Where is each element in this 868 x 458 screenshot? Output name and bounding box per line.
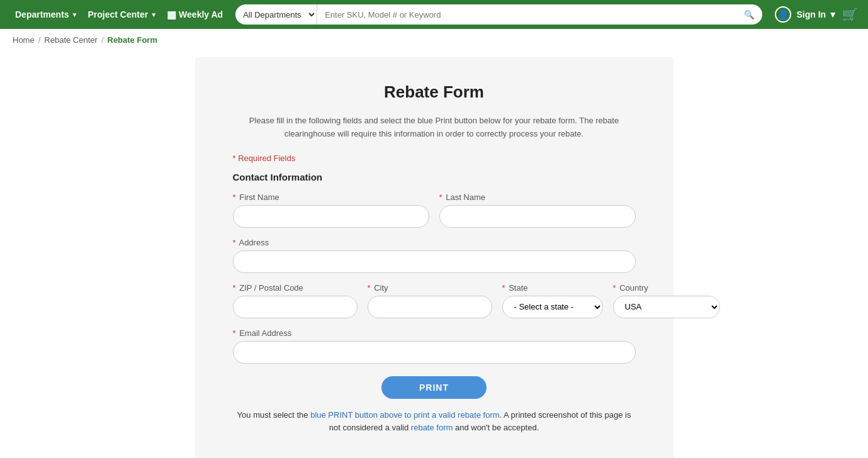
state-label: * State — [502, 283, 603, 293]
weekly-ad-button[interactable]: ▦ Weekly Ad — [162, 9, 228, 21]
breadcrumb-rebate-center[interactable]: Rebate Center — [44, 35, 98, 45]
form-container: Rebate Form Please fill in the following… — [195, 57, 674, 458]
project-center-chevron-icon: ▼ — [150, 11, 157, 18]
state-col: * State - Select a state - Alabama Alask… — [502, 283, 603, 318]
city-required-star: * — [368, 283, 371, 293]
country-col: * Country USA Canada Mexico — [613, 283, 720, 318]
user-icon: 👤 — [775, 6, 791, 23]
last-name-required-star: * — [439, 193, 442, 202]
required-note: * Required Fields — [233, 154, 636, 163]
project-center-label: Project Center — [88, 9, 149, 20]
breadcrumb: Home / Rebate Center / Rebate Form — [0, 29, 868, 51]
project-center-menu[interactable]: Project Center ▼ — [83, 9, 162, 20]
state-required-star: * — [502, 283, 505, 293]
form-title: Rebate Form — [233, 82, 636, 102]
breadcrumb-current: Rebate Form — [108, 35, 157, 45]
zip-label: * ZIP / Postal Code — [233, 283, 358, 293]
country-label: * Country — [613, 283, 720, 293]
section-title: Contact Information — [233, 172, 636, 182]
state-select[interactable]: - Select a state - Alabama Alaska Arizon… — [502, 296, 603, 318]
email-col: * Email Address — [233, 328, 636, 364]
breadcrumb-separator-2: / — [101, 35, 104, 45]
search-button[interactable]: 🔍 — [736, 4, 762, 25]
last-name-col: * Last Name — [439, 193, 636, 228]
cart-icon[interactable]: 🛒 — [842, 7, 858, 22]
zip-required-star: * — [233, 283, 236, 293]
address-col: * Address — [233, 238, 636, 273]
last-name-input[interactable] — [439, 205, 636, 228]
city-input[interactable] — [368, 296, 492, 318]
breadcrumb-home[interactable]: Home — [13, 35, 35, 45]
department-select[interactable]: All Departments — [235, 4, 317, 25]
address-input[interactable] — [233, 250, 636, 273]
weekly-ad-label: Weekly Ad — [179, 9, 223, 20]
print-button[interactable]: PRINT — [381, 376, 487, 399]
city-label: * City — [368, 283, 492, 293]
bottom-note-blue-text: blue PRINT button above to print a valid… — [310, 410, 499, 420]
bottom-note-blue-text-2: rebate form — [411, 423, 453, 432]
first-name-required-star: * — [233, 193, 236, 202]
zip-col: * ZIP / Postal Code — [233, 283, 358, 318]
first-name-label: * First Name — [233, 193, 429, 202]
departments-label: Departments — [15, 9, 69, 20]
country-select[interactable]: USA Canada Mexico — [613, 296, 720, 318]
departments-chevron-icon: ▼ — [72, 11, 78, 18]
search-input[interactable] — [317, 4, 736, 25]
search-area: All Departments 🔍 — [235, 4, 762, 25]
address-row: * Address — [233, 238, 636, 273]
email-required-star: * — [233, 328, 236, 338]
weekly-ad-icon: ▦ — [167, 9, 176, 21]
email-row: * Email Address — [233, 328, 636, 364]
email-input[interactable] — [233, 341, 636, 364]
address-required-star: * — [233, 238, 236, 247]
country-required-star: * — [613, 283, 616, 293]
email-label: * Email Address — [233, 328, 636, 338]
city-col: * City — [368, 283, 492, 318]
departments-menu[interactable]: Departments ▼ — [10, 9, 83, 20]
first-name-col: * First Name — [233, 193, 429, 228]
form-description: Please fill in the following fields and … — [233, 114, 636, 141]
sign-in-label: Sign In — [796, 9, 826, 20]
main-content: Rebate Form Please fill in the following… — [0, 51, 868, 458]
last-name-label: * Last Name — [439, 193, 636, 202]
sign-in-button[interactable]: Sign In ▼ — [796, 9, 837, 20]
location-row: * ZIP / Postal Code * City * State - Sel — [233, 283, 636, 318]
sign-in-chevron-icon: ▼ — [828, 9, 837, 20]
address-label: * Address — [233, 238, 636, 247]
bottom-note: You must select the blue PRINT button ab… — [233, 409, 636, 435]
zip-input[interactable] — [233, 296, 358, 318]
breadcrumb-separator-1: / — [38, 35, 41, 45]
first-name-input[interactable] — [233, 205, 429, 228]
search-icon: 🔍 — [744, 10, 755, 20]
header: Departments ▼ Project Center ▼ ▦ Weekly … — [0, 0, 868, 29]
header-right: 👤 Sign In ▼ 🛒 — [775, 6, 858, 23]
name-row: * First Name * Last Name — [233, 193, 636, 228]
